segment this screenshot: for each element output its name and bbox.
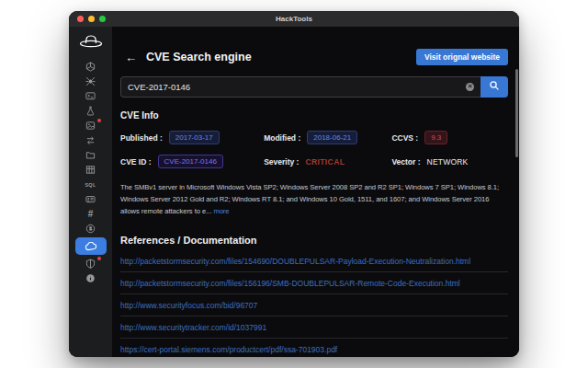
image-icon[interactable] — [76, 119, 106, 132]
cve-id-value-badge: CVE-2017-0146 — [158, 155, 223, 168]
coin-icon[interactable] — [76, 222, 106, 236]
titlebar: HackTools — [69, 11, 519, 27]
notification-dot — [97, 119, 101, 122]
notification-dot — [97, 257, 101, 260]
sql-icon[interactable]: SQL — [76, 178, 106, 191]
shield-icon[interactable] — [76, 257, 106, 270]
reference-link[interactable]: http://www.securitytracker.com/id/103799… — [120, 316, 508, 339]
references-list: http://packetstormsecurity.com/files/154… — [120, 250, 508, 357]
vector-value: NETWORK — [427, 157, 469, 167]
app-window: HackTools — [69, 11, 519, 357]
page-title: CVE Search engine — [146, 51, 416, 63]
flask-icon[interactable] — [76, 104, 106, 118]
published-field: Published : 2017-03-17 — [120, 131, 264, 144]
info-icon[interactable] — [76, 271, 106, 285]
search-field-wrap: × — [120, 76, 481, 98]
search-button[interactable] — [481, 76, 508, 98]
ccvs-field: CCVS : 9.3 — [391, 131, 508, 144]
hacktools-hat-logo — [79, 33, 103, 52]
reference-link[interactable]: https://cert-portal.siemens.com/productc… — [120, 339, 508, 357]
cve-description-text: The SMBv1 server in Microsoft Windows Vi… — [120, 183, 499, 215]
window-title: HackTools — [69, 15, 519, 23]
terminal-icon[interactable] — [76, 89, 106, 103]
minimize-window-button[interactable] — [88, 16, 95, 22]
folder-icon[interactable] — [76, 148, 106, 162]
vector-label: Vector : — [391, 157, 420, 167]
magnifier-icon — [489, 80, 500, 94]
published-label: Published : — [120, 133, 163, 143]
visit-original-website-button[interactable]: Visit orignal website — [416, 49, 508, 65]
scrollbar-thumb[interactable] — [515, 69, 518, 157]
back-button[interactable]: ← — [125, 52, 137, 63]
close-window-button[interactable] — [77, 16, 84, 22]
vector-field: Vector : NETWORK — [391, 155, 508, 168]
severity-value: CRITICAL — [305, 157, 345, 167]
more-link[interactable]: more — [213, 207, 229, 215]
modified-field: Modified : 2018-06-21 — [264, 131, 391, 144]
published-value-badge: 2017-03-17 — [169, 131, 220, 144]
references-heading: References / Documentation — [120, 235, 508, 246]
hash-icon-label: # — [88, 209, 94, 219]
spreadsheet-icon[interactable] — [76, 163, 106, 177]
modified-label: Modified : — [264, 133, 300, 143]
main-content: ← CVE Search engine Visit orignal websit… — [112, 27, 519, 357]
cve-description: The SMBv1 server in Microsoft Windows Vi… — [120, 181, 508, 217]
cloud-icon[interactable] — [75, 237, 107, 255]
cve-info-grid: Published : 2017-03-17 Modified : 2018-0… — [120, 131, 508, 168]
cve-search-input[interactable] — [128, 82, 466, 92]
search-bar: × — [120, 76, 508, 98]
reference-link[interactable]: http://packetstormsecurity.com/files/154… — [120, 250, 508, 272]
sql-icon-label: SQL — [85, 182, 96, 188]
sidebar: SQL # — [69, 27, 112, 357]
reference-link[interactable]: http://packetstormsecurity.com/files/156… — [120, 272, 508, 294]
cve-id-field: CVE ID : CVE-2017-0146 — [120, 155, 264, 168]
zoom-window-button[interactable] — [99, 16, 106, 22]
spider-icon[interactable] — [76, 75, 106, 88]
traffic-lights — [77, 16, 106, 22]
severity-field: Severity : CRITICAL — [264, 155, 391, 168]
ccvs-label: CCVS : — [391, 133, 418, 143]
clear-input-icon[interactable]: × — [466, 83, 474, 91]
cve-info-heading: CVE Info — [120, 110, 508, 121]
hash-icon[interactable]: # — [76, 207, 106, 221]
ccvs-value-badge: 9.3 — [424, 131, 447, 144]
modified-value-badge: 2018-06-21 — [307, 131, 357, 144]
page-header: ← CVE Search engine Visit orignal websit… — [120, 49, 508, 65]
cve-id-label: CVE ID : — [120, 157, 152, 167]
id-card-icon[interactable] — [76, 192, 106, 206]
transfer-arrows-icon[interactable] — [76, 133, 106, 147]
cube-icon[interactable] — [76, 60, 106, 74]
reference-link[interactable]: http://www.securityfocus.com/bid/96707 — [120, 294, 508, 316]
severity-label: Severity : — [264, 157, 299, 167]
